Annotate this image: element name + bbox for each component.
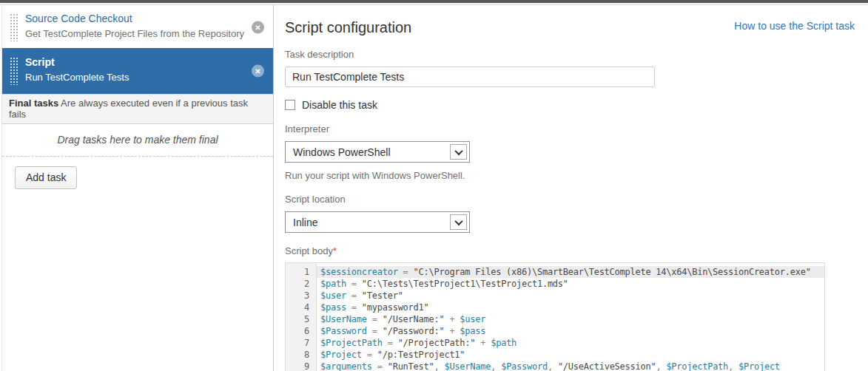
interpreter-value: Windows PowerShell — [293, 146, 391, 158]
code-line[interactable]: $arguments = "RunTest", $UserName, $Pass… — [317, 361, 824, 371]
task-subtitle: Get TestComplete Project Files from the … — [25, 27, 244, 41]
task-title[interactable]: Script — [25, 55, 129, 69]
add-task-button[interactable]: Add task — [15, 166, 77, 189]
disable-task-label: Disable this task — [302, 99, 377, 111]
required-asterisk: * — [333, 245, 337, 256]
chevron-down-icon[interactable] — [450, 214, 467, 230]
code-token: $path — [320, 279, 346, 289]
chevron-down-icon[interactable] — [450, 144, 467, 160]
code-line[interactable]: $path = "C:\Tests\TestProject1\TestProje… — [317, 278, 824, 290]
code-token: "/UserName:" — [383, 314, 445, 324]
disable-task-row: Disable this task — [285, 99, 855, 111]
code-token: = — [398, 267, 414, 277]
task-item-script[interactable]: Script Run TestComplete Tests ✕ — [2, 48, 273, 94]
task-text: Source Code Checkout Get TestComplete Pr… — [25, 12, 244, 41]
code-token: = — [346, 302, 362, 313]
code-token: $UserName — [320, 314, 367, 324]
code-line[interactable]: $UserName = "/UserName:" + $user — [317, 313, 824, 325]
code-line[interactable]: $user = "Tester" — [317, 290, 824, 302]
drag-handle-icon[interactable] — [10, 57, 18, 85]
code-token: $path — [491, 338, 517, 348]
line-number: 1 — [286, 266, 316, 278]
code-token: $pass — [460, 326, 485, 336]
line-number: 9 — [286, 361, 316, 371]
task-text: Script Run TestComplete Tests — [25, 55, 129, 84]
final-tasks-drop-zone[interactable]: Drag tasks here to make them final — [2, 124, 273, 157]
line-number: 5 — [286, 313, 316, 325]
line-number: 4 — [286, 302, 316, 313]
panel-header: Script configuration How to use the Scri… — [285, 19, 855, 36]
code-token: $Project — [320, 350, 362, 360]
code-token: "mypassword1" — [362, 302, 429, 313]
code-token: $UserName — [444, 361, 491, 371]
code-token: $Password — [320, 326, 367, 336]
code-token: + — [475, 338, 491, 348]
line-number: 8 — [286, 349, 316, 361]
code-token: $ProjectPath — [666, 361, 728, 371]
code-token: = — [367, 326, 383, 336]
code-token: "/ProjectPath:" — [398, 338, 476, 348]
code-lines[interactable]: $sessioncreator = "C:\Program Files (x86… — [317, 263, 824, 371]
code-token: + — [444, 314, 460, 324]
final-tasks-header: Final tasks Are always executed even if … — [2, 94, 273, 124]
code-line[interactable]: $Password = "/Password:" + $pass — [317, 325, 824, 337]
code-gutter: 12345678910 — [286, 263, 317, 371]
task-title[interactable]: Source Code Checkout — [25, 12, 244, 26]
code-line[interactable]: $Project = "/p:TestProject1" — [317, 349, 824, 361]
code-token: "/p:TestProject1" — [377, 350, 465, 360]
code-token: , — [728, 361, 739, 371]
task-description-label: Task description — [285, 49, 855, 60]
script-configuration-panel: Script configuration How to use the Scri… — [274, 5, 868, 371]
code-token: = — [383, 338, 398, 348]
code-token: "Tester" — [362, 290, 403, 301]
help-link[interactable]: How to use the Script task — [734, 20, 855, 32]
drag-handle-icon[interactable] — [10, 13, 18, 41]
interpreter-label: Interpreter — [285, 123, 855, 135]
code-token: = — [346, 290, 362, 301]
code-token: $arguments — [320, 361, 372, 371]
code-line[interactable]: $sessioncreator = "C:\Program Files (x86… — [317, 266, 824, 278]
top-bar — [0, 0, 868, 3]
app-frame: Source Code Checkout Get TestComplete Pr… — [0, 4, 868, 371]
code-line[interactable]: $pass = "mypassword1" — [317, 302, 824, 313]
code-token: = — [372, 361, 388, 371]
page-title: Script configuration — [285, 19, 411, 36]
code-token: "RunTest" — [388, 361, 434, 371]
script-location-label: Script location — [285, 194, 855, 205]
drag-hint-text: Drag tasks here to make them final — [57, 134, 218, 146]
task-item-source-code-checkout[interactable]: Source Code Checkout Get TestComplete Pr… — [2, 6, 273, 48]
script-body-label: Script body* — [285, 245, 855, 256]
script-location-select[interactable]: Inline — [285, 211, 470, 233]
disable-task-checkbox[interactable] — [285, 100, 295, 110]
code-token: + — [444, 326, 460, 336]
code-token: $Project — [739, 361, 780, 371]
script-body-editor[interactable]: 12345678910 $sessioncreator = "C:\Progra… — [285, 262, 825, 371]
script-location-value: Inline — [293, 217, 317, 228]
line-number: 2 — [286, 278, 316, 290]
code-token: $sessioncreator — [320, 267, 398, 277]
code-token: "/Password:" — [383, 326, 445, 336]
code-token: , — [434, 361, 444, 371]
line-number: 3 — [286, 290, 316, 302]
code-token: = — [367, 314, 383, 324]
code-token: $ProjectPath — [320, 338, 383, 348]
code-token: $user — [320, 290, 346, 301]
code-token: "C:\Program Files (x86)\SmartBear\TestCo… — [414, 267, 811, 277]
code-token: "C:\Tests\TestProject1\TestProject1.mds" — [362, 279, 568, 289]
code-line[interactable]: $ProjectPath = "/ProjectPath:" + $path — [317, 337, 824, 349]
line-number: 7 — [286, 337, 316, 349]
interpreter-select[interactable]: Windows PowerShell — [285, 141, 470, 163]
final-tasks-label: Final tasks — [9, 98, 58, 109]
code-token: "/UseActiveSession" — [558, 361, 656, 371]
code-token: $user — [460, 314, 485, 324]
code-token: = — [346, 279, 362, 289]
code-token: = — [362, 350, 377, 360]
code-token: , — [656, 361, 666, 371]
task-description-input[interactable] — [285, 67, 655, 87]
line-number: 6 — [286, 325, 316, 337]
remove-task-icon[interactable]: ✕ — [252, 65, 264, 78]
code-token: , — [548, 361, 558, 371]
code-token: $pass — [320, 302, 346, 313]
code-token: $Password — [501, 361, 548, 371]
remove-task-icon[interactable]: ✕ — [252, 21, 264, 33]
